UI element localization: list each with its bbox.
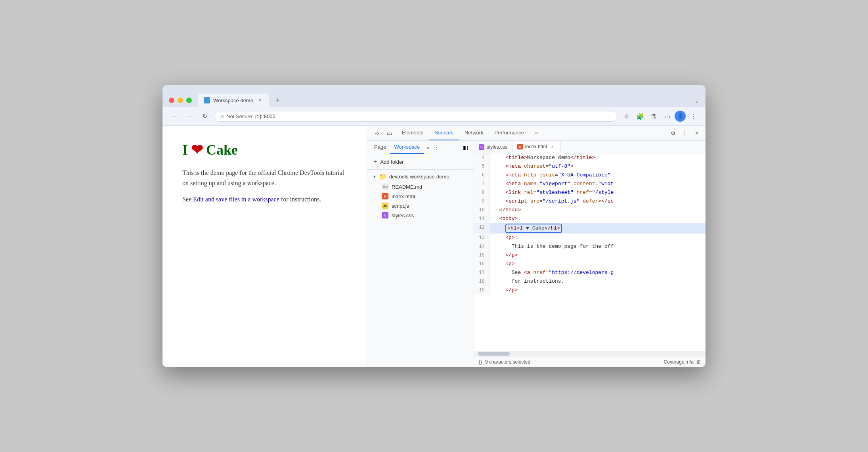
sources-subtab-workspace[interactable]: Workspace [390,141,424,154]
code-line-4: 4 <title>Workspace demo</title> [474,153,705,162]
line-num-11: 11 [474,215,490,223]
code-editor: C styles.css H index.html × [474,141,705,367]
editor-tab-styles-css[interactable]: C styles.css [474,142,512,153]
tab-chevron-icon[interactable]: ⌄ [694,98,699,107]
browser-tab-active[interactable]: 🌐 Workspace demo × [198,94,269,107]
url-text: [::]::8000 [255,113,275,119]
file-name-script-js: script.js [392,203,409,209]
line-num-17: 17 [474,268,490,277]
line-content-19: </p> [490,286,705,295]
line-num-15: 15 [474,251,490,260]
line-content-11: <body> [490,215,705,223]
line-num-9: 9 [474,197,490,206]
sources-subtab-more-icon[interactable]: » [424,141,432,154]
file-item-script-js[interactable]: JS script.js [367,201,474,211]
navigation-bar: ← → ↻ ⚠ Not Secure [::]::8000 ☆ 🧩 ⚗ ▭ 👤 … [163,107,705,126]
devtools-close-icon[interactable]: × [691,128,702,139]
file-tree: ▼ 📁 devtools-workspace-demo MD README.md… [367,170,474,367]
code-scrollbar[interactable] [474,351,705,356]
sidebar-toggle-icon[interactable]: ▭ [661,110,673,122]
code-line-6: 6 <meta http-equiv="X-UA-Compatible" [474,171,705,180]
line-num-14: 14 [474,242,490,251]
line-num-4: 4 [474,153,490,162]
code-line-12: 12 <h1>I ♥ Cake</h1> [474,223,705,234]
tab-favicon: 🌐 [204,97,210,103]
code-line-16: 16 <p> [474,260,705,268]
para2-prefix: See [182,196,193,203]
para2-link[interactable]: Edit and save files in a workspace [193,196,279,203]
folder-arrow-icon: ▼ [373,174,377,179]
close-traffic-light[interactable] [169,98,174,103]
sources-subtab-page[interactable]: Page [370,141,390,154]
code-line-13: 13 <p> [474,234,705,242]
editor-tab-html-close[interactable]: × [549,144,556,150]
line-num-10: 10 [474,206,490,215]
back-button[interactable]: ← [169,110,181,122]
file-item-index-html[interactable]: H index.html [367,192,474,201]
address-bar[interactable]: ⚠ Not Secure [::]::8000 [214,111,618,122]
line-num-12: 12 [474,223,490,234]
tab-sources[interactable]: Sources [429,126,459,140]
line-content-6: <meta http-equiv="X-UA-Compatible" [490,171,705,180]
format-icon[interactable]: {} [479,359,482,365]
line-num-19: 19 [474,286,490,295]
title-bar: 🌐 Workspace demo × + ⌄ [163,85,705,107]
inspector-icon[interactable]: ⊹ [372,128,383,139]
devtools-panel: ⊹ ▭ Elements Sources Network Performance… [367,126,705,367]
add-folder-plus-icon: + [373,158,377,165]
tab-more[interactable]: » [530,126,543,140]
file-name-index-html: index.html [392,193,415,199]
profile-avatar[interactable]: 👤 [675,111,686,122]
line-content-9: <script src="/script.js" defer></sc [490,197,705,206]
line-num-6: 6 [474,171,490,180]
sources-sidebar-toggle-icon[interactable]: ◧ [460,142,470,153]
devtools-tab-bar: ⊹ ▭ Elements Sources Network Performance… [367,126,705,141]
device-mode-icon[interactable]: ▭ [384,128,395,139]
coverage-label: Coverage: n/a [664,359,694,365]
folder-item-workspace-demo[interactable]: ▼ 📁 devtools-workspace-demo [367,171,474,182]
forward-button[interactable]: → [184,110,196,122]
editor-tab-index-html[interactable]: H index.html × [512,141,561,153]
tab-performance[interactable]: Performance [489,126,530,140]
file-item-readme[interactable]: MD README.md [367,182,474,192]
heart-icon: ❤ [191,142,203,158]
page-paragraph-1: This is the demo page for the official C… [182,168,347,188]
warning-icon: ⚠ [220,113,225,119]
devtools-body: Page Workspace » ⋮ ◧ + Add folder [367,141,705,367]
page-paragraph-2: See Edit and save files in a workspace f… [182,194,347,205]
code-line-14: 14 This is the demo page for the off [474,242,705,251]
main-content: I ❤ Cake This is the demo page for the o… [163,126,705,367]
file-item-styles-css[interactable]: C styles.css [367,211,474,220]
extensions-icon[interactable]: 🧩 [634,110,646,122]
scrollbar-thumb[interactable] [478,352,510,356]
screenshot-icon[interactable]: ⊞ [697,359,701,365]
code-line-11: 11 <body> [474,215,705,223]
line-content-5: <meta charset="utf-8"> [490,162,705,171]
new-tab-button[interactable]: + [272,96,283,107]
minimize-traffic-light[interactable] [178,98,183,103]
code-line-18: 18 for instructions. [474,277,705,286]
code-area[interactable]: 4 <title>Workspace demo</title> 5 <meta … [474,153,705,356]
sources-subtab-kebab-icon[interactable]: ⋮ [432,141,442,154]
tab-close-button[interactable]: × [256,97,264,104]
code-line-17: 17 See <a href="https://developers.g [474,268,705,277]
bookmark-icon[interactable]: ☆ [621,110,633,122]
devtools-more-options-icon[interactable]: ⋮ [679,128,690,139]
sources-sidebar: Page Workspace » ⋮ ◧ + Add folder [367,141,474,367]
selection-text: 9 characters selected [485,359,530,365]
more-options-icon[interactable]: ⋮ [687,110,699,122]
editor-tab-html-icon: H [517,144,523,149]
reload-button[interactable]: ↻ [199,110,211,122]
line-num-5: 5 [474,162,490,171]
traffic-lights [169,98,192,107]
code-line-19: 19 </p> [474,286,705,295]
tab-network[interactable]: Network [459,126,489,140]
maximize-traffic-light[interactable] [186,98,192,103]
devtools-action-icons: ⊹ ▭ [370,128,396,139]
add-folder-row[interactable]: + Add folder [367,154,474,170]
heading-text-cake: Cake [206,142,238,158]
line-content-8: <link rel="stylesheet" href="/style [490,188,705,197]
labs-icon[interactable]: ⚗ [648,110,660,122]
devtools-settings-icon[interactable]: ⚙ [667,128,679,139]
tab-elements[interactable]: Elements [396,126,429,140]
